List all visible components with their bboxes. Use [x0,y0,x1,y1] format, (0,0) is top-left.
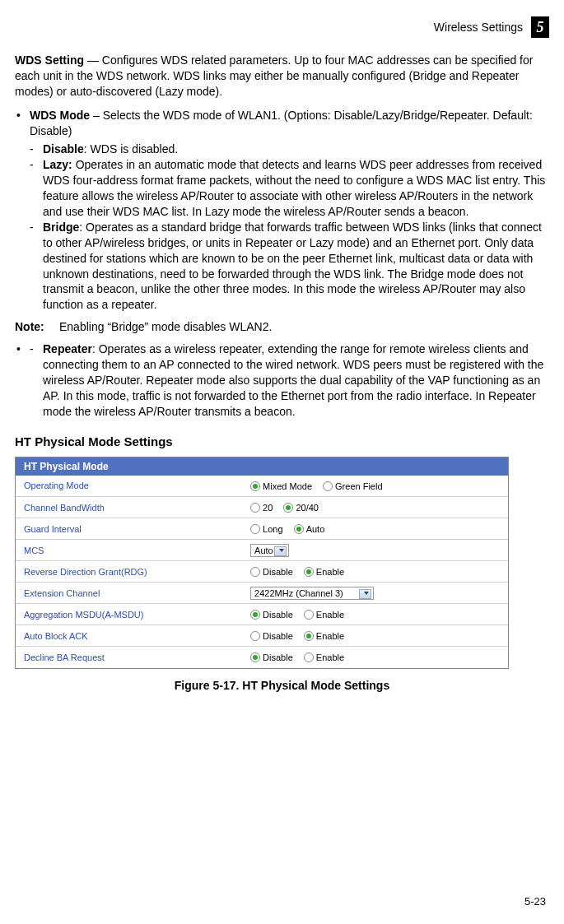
value-rdg: Disable Enable [242,561,508,583]
value-operating-mode: Mixed Mode Green Field [242,476,508,497]
radio-aba-enable[interactable] [304,631,314,641]
chapter-number: 5 [531,16,549,38]
label-mcs: MCS [16,540,242,561]
option-bridge: Bridge: Operates as a standard bridge th… [30,220,549,313]
wds-mode-list: WDS Mode – Selects the WDS mode of WLAN1… [15,108,549,313]
radio-mixed-mode[interactable] [250,481,260,491]
label-amsdu: Aggregation MSDU(A-MSDU) [16,604,242,625]
wds-mode-desc: – Selects the WDS mode of WLAN1. (Option… [30,109,533,137]
row-channel-bandwidth: Channel BandWidth 20 20/40 [16,497,508,518]
row-operating-mode: Operating Mode Mixed Mode Green Field [16,476,508,497]
note-label: Note: [15,319,51,335]
value-decline-ba: Disable Enable [242,647,508,668]
row-extension-channel: Extension Channel 2422MHz (Channel 3) [16,583,508,604]
value-extension-channel: 2422MHz (Channel 3) [242,583,508,604]
row-guard-interval: Guard Interval Long Auto [16,518,508,540]
panel-header: HT Physical Mode [16,457,508,476]
wds-setting-label: WDS Setting [15,53,84,67]
wds-setting-paragraph: WDS Setting — Configures WDS related par… [15,53,549,100]
radio-dba-disable[interactable] [250,652,260,662]
settings-table: Operating Mode Mixed Mode Green Field Ch… [16,476,508,668]
value-channel-bandwidth: 20 20/40 [242,497,508,518]
select-extension-channel[interactable]: 2422MHz (Channel 3) [250,587,374,600]
radio-aba-disable[interactable] [250,631,260,641]
row-amsdu: Aggregation MSDU(A-MSDU) Disable Enable [16,604,508,625]
radio-rdg-disable[interactable] [250,567,260,577]
chevron-down-icon [279,549,284,552]
label-extension-channel: Extension Channel [16,583,242,604]
page-number: 5-23 [524,895,546,908]
label-auto-block-ack: Auto Block ACK [16,625,242,647]
note-row: Note: Enabling “Bridge” mode disables WL… [15,319,549,335]
option-disable: Disable: WDS is disabled. [30,142,549,157]
row-rdg: Reverse Direction Grant(RDG) Disable Ena… [16,561,508,583]
wds-mode-list-cont: Repeater: Operates as a wireless repeate… [15,341,549,419]
wds-setting-desc: — Configures WDS related parameters. Up … [15,53,533,98]
option-repeater: Repeater: Operates as a wireless repeate… [30,341,549,419]
value-auto-block-ack: Disable Enable [242,625,508,647]
chevron-down-icon [364,592,369,595]
radio-green-field[interactable] [323,481,333,491]
wds-mode-options: Disable: WDS is disabled. Lazy: Operates… [30,142,549,313]
figure-frame: HT Physical Mode Operating Mode Mixed Mo… [15,457,509,669]
option-lazy: Lazy: Operates in an automatic mode that… [30,157,549,220]
wds-mode-options-cont: Repeater: Operates as a wireless repeate… [30,341,549,419]
row-decline-ba: Decline BA Request Disable Enable [16,647,508,668]
radio-rdg-enable[interactable] [304,567,314,577]
wds-mode-item: WDS Mode – Selects the WDS mode of WLAN1… [15,108,549,313]
label-operating-mode: Operating Mode [16,476,242,497]
row-mcs: MCS Auto [16,540,508,561]
radio-amsdu-enable[interactable] [304,610,314,620]
radio-20[interactable] [250,503,260,513]
header-title: Wireless Settings [434,21,523,34]
value-amsdu: Disable Enable [242,604,508,625]
value-mcs: Auto [242,540,508,561]
radio-auto[interactable] [294,524,304,534]
wds-mode-label: WDS Mode [30,109,90,122]
wds-mode-item-cont: Repeater: Operates as a wireless repeate… [15,341,549,419]
radio-dba-enable[interactable] [304,652,314,662]
select-mcs[interactable]: Auto [250,544,289,557]
radio-long[interactable] [250,524,260,534]
radio-amsdu-disable[interactable] [250,610,260,620]
value-guard-interval: Long Auto [242,518,508,540]
figure-caption: Figure 5-17. HT Physical Mode Settings [15,679,549,692]
section-heading: HT Physical Mode Settings [15,434,549,448]
note-text: Enabling “Bridge” mode disables WLAN2. [59,319,272,335]
radio-20-40[interactable] [283,503,293,513]
label-decline-ba: Decline BA Request [16,647,242,668]
page-header: Wireless Settings 5 [15,16,549,38]
label-channel-bandwidth: Channel BandWidth [16,497,242,518]
label-guard-interval: Guard Interval [16,518,242,540]
row-auto-block-ack: Auto Block ACK Disable Enable [16,625,508,647]
label-rdg: Reverse Direction Grant(RDG) [16,561,242,583]
